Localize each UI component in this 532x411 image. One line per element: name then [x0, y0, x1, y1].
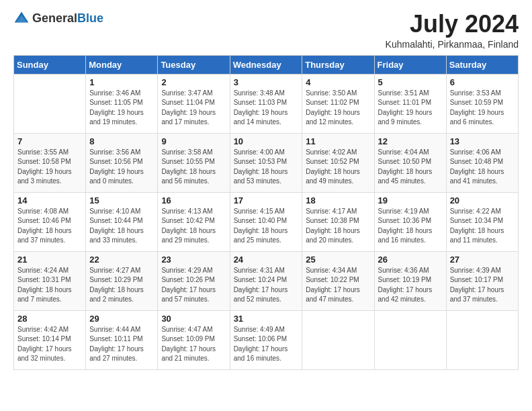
day-number: 16 [161, 195, 226, 205]
logo-blue-text: Blue [77, 11, 103, 25]
day-info: Sunrise: 3:56 AMSunset: 10:56 PMDaylight… [89, 148, 154, 187]
day-info: Sunrise: 4:17 AMSunset: 10:38 PMDaylight… [306, 207, 370, 246]
column-header-wednesday: Wednesday [230, 55, 302, 74]
calendar-cell: 11Sunrise: 4:02 AMSunset: 10:52 PMDaylig… [302, 133, 374, 192]
day-number: 30 [161, 314, 226, 324]
calendar-cell: 30Sunrise: 4:47 AMSunset: 10:09 PMDaylig… [158, 310, 230, 369]
day-number: 1 [89, 77, 154, 87]
day-number: 8 [89, 136, 154, 146]
day-number: 3 [234, 77, 299, 87]
calendar-cell: 31Sunrise: 4:49 AMSunset: 10:06 PMDaylig… [230, 310, 302, 369]
column-header-friday: Friday [374, 55, 446, 74]
day-number: 29 [89, 314, 154, 324]
day-info: Sunrise: 4:36 AMSunset: 10:19 PMDaylight… [378, 266, 443, 305]
day-number: 25 [306, 255, 370, 265]
calendar-cell: 8Sunrise: 3:56 AMSunset: 10:56 PMDayligh… [86, 133, 158, 192]
calendar-cell: 2Sunrise: 3:47 AMSunset: 11:04 PMDayligh… [158, 74, 230, 133]
day-info: Sunrise: 4:00 AMSunset: 10:53 PMDaylight… [234, 148, 299, 187]
day-number: 19 [378, 195, 443, 205]
column-header-saturday: Saturday [446, 55, 518, 74]
calendar-cell: 4Sunrise: 3:50 AMSunset: 11:02 PMDayligh… [302, 74, 374, 133]
day-info: Sunrise: 4:34 AMSunset: 10:22 PMDaylight… [306, 266, 370, 305]
calendar-cell: 28Sunrise: 4:42 AMSunset: 10:14 PMDaylig… [14, 310, 86, 369]
page-header: GeneralBlue July 2024 Kuhmalahti, Pirkan… [13, 11, 519, 50]
day-info: Sunrise: 4:27 AMSunset: 10:29 PMDaylight… [89, 266, 154, 305]
day-number: 18 [306, 195, 370, 205]
calendar-table: SundayMondayTuesdayWednesdayThursdayFrid… [13, 55, 519, 370]
calendar-cell: 10Sunrise: 4:00 AMSunset: 10:53 PMDaylig… [230, 133, 302, 192]
day-info: Sunrise: 3:48 AMSunset: 11:03 PMDaylight… [234, 89, 299, 128]
calendar-cell: 24Sunrise: 4:31 AMSunset: 10:24 PMDaylig… [230, 251, 302, 310]
calendar-cell: 22Sunrise: 4:27 AMSunset: 10:29 PMDaylig… [86, 251, 158, 310]
day-info: Sunrise: 4:04 AMSunset: 10:50 PMDaylight… [378, 148, 443, 187]
calendar-cell: 15Sunrise: 4:10 AMSunset: 10:44 PMDaylig… [86, 192, 158, 251]
calendar-cell: 25Sunrise: 4:34 AMSunset: 10:22 PMDaylig… [302, 251, 374, 310]
day-info: Sunrise: 4:06 AMSunset: 10:48 PMDaylight… [450, 148, 515, 187]
day-info: Sunrise: 4:10 AMSunset: 10:44 PMDaylight… [89, 207, 154, 246]
column-header-sunday: Sunday [14, 55, 86, 74]
day-number: 9 [161, 136, 226, 146]
day-number: 31 [234, 314, 299, 324]
day-number: 21 [17, 255, 82, 265]
logo-icon [13, 11, 30, 27]
day-number: 22 [89, 255, 154, 265]
calendar-cell: 23Sunrise: 4:29 AMSunset: 10:26 PMDaylig… [158, 251, 230, 310]
month-title: July 2024 [386, 11, 519, 38]
logo: GeneralBlue [13, 11, 103, 27]
day-info: Sunrise: 4:13 AMSunset: 10:42 PMDaylight… [161, 207, 226, 246]
calendar-cell: 29Sunrise: 4:44 AMSunset: 10:11 PMDaylig… [86, 310, 158, 369]
day-info: Sunrise: 4:08 AMSunset: 10:46 PMDaylight… [17, 207, 82, 246]
day-number: 14 [17, 195, 82, 205]
calendar-cell [302, 310, 374, 369]
day-info: Sunrise: 3:53 AMSunset: 10:59 PMDaylight… [450, 89, 515, 128]
day-number: 11 [306, 136, 370, 146]
calendar-cell: 6Sunrise: 3:53 AMSunset: 10:59 PMDayligh… [446, 74, 518, 133]
week-row-3: 14Sunrise: 4:08 AMSunset: 10:46 PMDaylig… [14, 192, 519, 251]
calendar-cell [374, 310, 446, 369]
day-number: 5 [378, 77, 443, 87]
day-number: 27 [450, 255, 515, 265]
calendar-cell: 9Sunrise: 3:58 AMSunset: 10:55 PMDayligh… [158, 133, 230, 192]
day-number: 28 [17, 314, 82, 324]
calendar-header-row: SundayMondayTuesdayWednesdayThursdayFrid… [14, 55, 519, 74]
week-row-2: 7Sunrise: 3:55 AMSunset: 10:58 PMDayligh… [14, 133, 519, 192]
day-info: Sunrise: 3:51 AMSunset: 11:01 PMDaylight… [378, 89, 443, 128]
day-number: 2 [161, 77, 226, 87]
day-info: Sunrise: 3:58 AMSunset: 10:55 PMDaylight… [161, 148, 226, 187]
day-number: 24 [234, 255, 299, 265]
day-number: 15 [89, 195, 154, 205]
column-header-thursday: Thursday [302, 55, 374, 74]
day-info: Sunrise: 3:46 AMSunset: 11:05 PMDaylight… [89, 89, 154, 128]
calendar-cell: 5Sunrise: 3:51 AMSunset: 11:01 PMDayligh… [374, 74, 446, 133]
day-info: Sunrise: 3:50 AMSunset: 11:02 PMDaylight… [306, 89, 370, 128]
day-number: 26 [378, 255, 443, 265]
calendar-cell: 7Sunrise: 3:55 AMSunset: 10:58 PMDayligh… [14, 133, 86, 192]
day-info: Sunrise: 4:31 AMSunset: 10:24 PMDaylight… [234, 266, 299, 305]
day-number: 13 [450, 136, 515, 146]
calendar-cell: 26Sunrise: 4:36 AMSunset: 10:19 PMDaylig… [374, 251, 446, 310]
day-number: 4 [306, 77, 370, 87]
day-info: Sunrise: 4:15 AMSunset: 10:40 PMDaylight… [234, 207, 299, 246]
week-row-5: 28Sunrise: 4:42 AMSunset: 10:14 PMDaylig… [14, 310, 519, 369]
day-info: Sunrise: 3:55 AMSunset: 10:58 PMDaylight… [17, 148, 82, 187]
day-number: 10 [234, 136, 299, 146]
calendar-cell: 12Sunrise: 4:04 AMSunset: 10:50 PMDaylig… [374, 133, 446, 192]
day-info: Sunrise: 4:42 AMSunset: 10:14 PMDaylight… [17, 325, 82, 364]
calendar-cell: 14Sunrise: 4:08 AMSunset: 10:46 PMDaylig… [14, 192, 86, 251]
day-number: 6 [450, 77, 515, 87]
calendar-cell: 21Sunrise: 4:24 AMSunset: 10:31 PMDaylig… [14, 251, 86, 310]
calendar-cell [446, 310, 518, 369]
day-info: Sunrise: 4:22 AMSunset: 10:34 PMDaylight… [450, 207, 515, 246]
day-info: Sunrise: 4:19 AMSunset: 10:36 PMDaylight… [378, 207, 443, 246]
day-info: Sunrise: 4:44 AMSunset: 10:11 PMDaylight… [89, 325, 154, 364]
day-number: 20 [450, 195, 515, 205]
logo-general-text: General [32, 11, 77, 25]
day-number: 17 [234, 195, 299, 205]
calendar-cell: 19Sunrise: 4:19 AMSunset: 10:36 PMDaylig… [374, 192, 446, 251]
calendar-cell: 1Sunrise: 3:46 AMSunset: 11:05 PMDayligh… [86, 74, 158, 133]
day-number: 12 [378, 136, 443, 146]
day-info: Sunrise: 4:39 AMSunset: 10:17 PMDaylight… [450, 266, 515, 305]
day-info: Sunrise: 4:29 AMSunset: 10:26 PMDaylight… [161, 266, 226, 305]
calendar-cell: 16Sunrise: 4:13 AMSunset: 10:42 PMDaylig… [158, 192, 230, 251]
column-header-tuesday: Tuesday [158, 55, 230, 74]
